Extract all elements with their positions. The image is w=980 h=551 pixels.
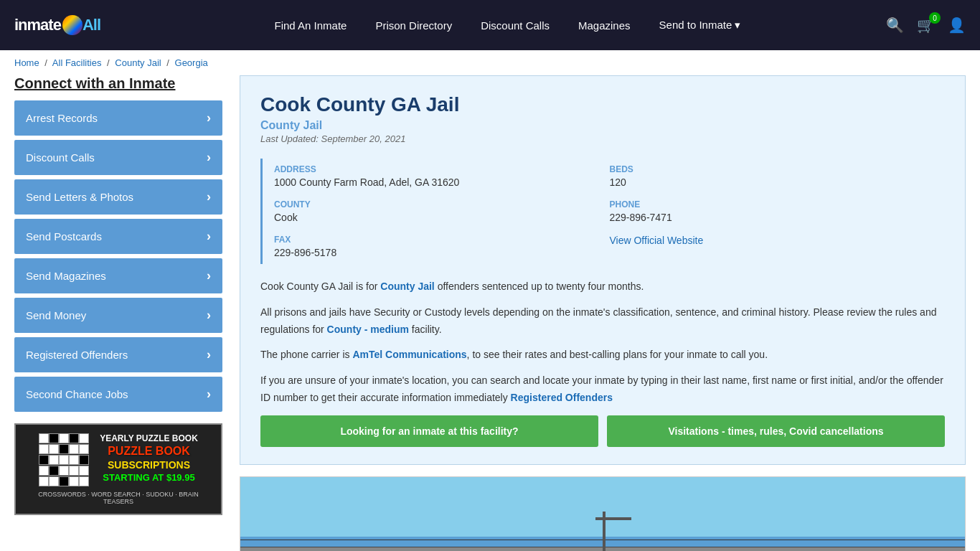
logo-icon <box>62 15 83 35</box>
ad-cell <box>79 476 89 486</box>
arrow-icon: › <box>207 347 211 362</box>
facility-photo <box>240 476 966 551</box>
phone-label: PHONE <box>610 199 937 209</box>
ad-cell <box>69 455 79 465</box>
amtel-link[interactable]: AmTel Communications <box>352 349 466 360</box>
ad-cell <box>39 444 49 454</box>
sidebar-item-label: Send Letters & Photos <box>26 191 133 203</box>
sidebar-item-send-magazines[interactable]: Send Magazines › <box>14 258 222 293</box>
ad-cell <box>39 455 49 465</box>
main-nav: Find An Inmate Prison Directory Discount… <box>151 19 864 32</box>
ad-cell <box>79 433 89 443</box>
ad-cell <box>39 433 49 443</box>
breadcrumb-all-facilities[interactable]: All Facilities <box>52 57 102 68</box>
facility-description: Cook County GA Jail is for County Jail o… <box>260 278 945 407</box>
ad-cell <box>59 476 69 486</box>
main-content: Connect with an Inmate Arrest Records › … <box>0 75 980 551</box>
fax-value: 229-896-5178 <box>274 247 601 258</box>
county-label: COUNTY <box>274 199 601 209</box>
sidebar-item-discount-calls[interactable]: Discount Calls › <box>14 140 222 175</box>
sidebar-item-send-letters-photos[interactable]: Send Letters & Photos › <box>14 179 222 215</box>
official-website-link[interactable]: View Official Website <box>610 235 704 246</box>
street-arm <box>595 517 631 520</box>
facility-type: County Jail <box>260 119 945 132</box>
county-medium-link[interactable]: County - medium <box>327 324 409 335</box>
detail-county: COUNTY Cook <box>274 194 610 229</box>
ad-cell <box>59 455 69 465</box>
main-panel: Cook County GA Jail County Jail Last Upd… <box>240 75 966 551</box>
breadcrumb-sep1: / <box>44 57 47 68</box>
facility-details: ADDRESS 1000 County Farm Road, Adel, GA … <box>260 159 945 264</box>
breadcrumb: Home / All Facilities / County Jail / Ge… <box>0 50 980 75</box>
sidebar-item-send-postcards[interactable]: Send Postcards › <box>14 219 222 254</box>
sidebar-item-label: Send Magazines <box>26 270 106 282</box>
county-value: Cook <box>274 212 601 223</box>
ad-cell <box>69 444 79 454</box>
facility-name: Cook County GA Jail <box>260 93 945 116</box>
beds-label: BEDS <box>610 164 937 174</box>
nav-prison-directory[interactable]: Prison Directory <box>375 19 452 32</box>
detail-phone: PHONE 229-896-7471 <box>610 194 946 229</box>
breadcrumb-sep2: / <box>107 57 110 68</box>
arrow-icon: › <box>207 229 211 244</box>
detail-beds: BEDS 120 <box>610 159 946 194</box>
ad-crossword <box>39 433 88 486</box>
logo-text: inmate <box>14 16 61 34</box>
ad-cell <box>59 466 69 476</box>
sidebar: Connect with an Inmate Arrest Records › … <box>14 75 222 551</box>
ad-cell <box>39 466 49 476</box>
search-icon[interactable]: 🔍 <box>886 17 904 34</box>
cart-wrapper[interactable]: 🛒 0 <box>917 17 935 34</box>
ad-yearly-label: YEARLY PUZZLE BOOK <box>100 433 198 443</box>
ad-cell <box>79 444 89 454</box>
logo-suffix: All <box>83 16 100 34</box>
nav-send-to-inmate[interactable]: Send to Inmate ▾ <box>659 19 741 32</box>
nav-magazines[interactable]: Magazines <box>578 19 631 32</box>
ad-price-label: STARTING AT $19.95 <box>100 472 198 483</box>
phone-value: 229-896-7471 <box>610 212 937 223</box>
sidebar-title: Connect with an Inmate <box>14 75 222 92</box>
sidebar-item-label: Send Money <box>26 309 86 321</box>
arrow-icon: › <box>207 150 211 165</box>
beds-value: 120 <box>610 176 937 188</box>
sidebar-item-label: Discount Calls <box>26 151 95 164</box>
breadcrumb-home[interactable]: Home <box>14 57 39 68</box>
nav-discount-calls[interactable]: Discount Calls <box>481 19 550 32</box>
user-icon[interactable]: 👤 <box>948 17 966 34</box>
sidebar-item-label: Arrest Records <box>26 112 98 124</box>
breadcrumb-county-jail[interactable]: County Jail <box>115 57 161 68</box>
breadcrumb-sep3: / <box>166 57 169 68</box>
visitations-button[interactable]: Visitations - times, rules, Covid cancel… <box>607 415 945 447</box>
registered-offenders-link[interactable]: Registered Offenders <box>511 392 613 403</box>
address-label: ADDRESS <box>274 164 601 174</box>
arrow-icon: › <box>207 189 211 204</box>
ad-cell <box>69 466 79 476</box>
ad-cell <box>49 455 59 465</box>
looking-for-inmate-button[interactable]: Looking for an inmate at this facility? <box>260 415 598 447</box>
sidebar-item-registered-offenders[interactable]: Registered Offenders › <box>14 337 222 372</box>
ad-cell <box>49 433 59 443</box>
header-icons: 🔍 🛒 0 👤 <box>886 17 966 34</box>
sidebar-item-label: Send Postcards <box>26 230 102 242</box>
desc-paragraph-4: If you are unsure of your inmate's locat… <box>260 372 945 407</box>
logo-area[interactable]: inmate All <box>14 15 129 35</box>
county-jail-link[interactable]: County Jail <box>380 281 434 292</box>
detail-website: View Official Website <box>610 229 946 264</box>
facility-card: Cook County GA Jail County Jail Last Upd… <box>240 75 966 465</box>
sidebar-item-label: Second Chance Jobs <box>26 388 128 400</box>
ad-cell <box>69 433 79 443</box>
nav-find-inmate[interactable]: Find An Inmate <box>275 19 347 32</box>
facility-updated: Last Updated: September 20, 2021 <box>260 133 945 144</box>
ad-cell <box>69 476 79 486</box>
sidebar-item-second-chance-jobs[interactable]: Second Chance Jobs › <box>14 377 222 412</box>
sidebar-item-send-money[interactable]: Send Money › <box>14 298 222 333</box>
action-buttons: Looking for an inmate at this facility? … <box>260 415 945 447</box>
ad-cell <box>79 455 89 465</box>
cart-badge: 0 <box>929 12 941 24</box>
ad-cell <box>49 466 59 476</box>
ad-subs-label: SUBSCRIPTIONS <box>100 459 198 471</box>
sidebar-item-arrest-records[interactable]: Arrest Records › <box>14 100 222 136</box>
street-pole <box>603 512 606 551</box>
detail-address: ADDRESS 1000 County Farm Road, Adel, GA … <box>274 159 610 194</box>
breadcrumb-state[interactable]: Georgia <box>175 57 208 68</box>
